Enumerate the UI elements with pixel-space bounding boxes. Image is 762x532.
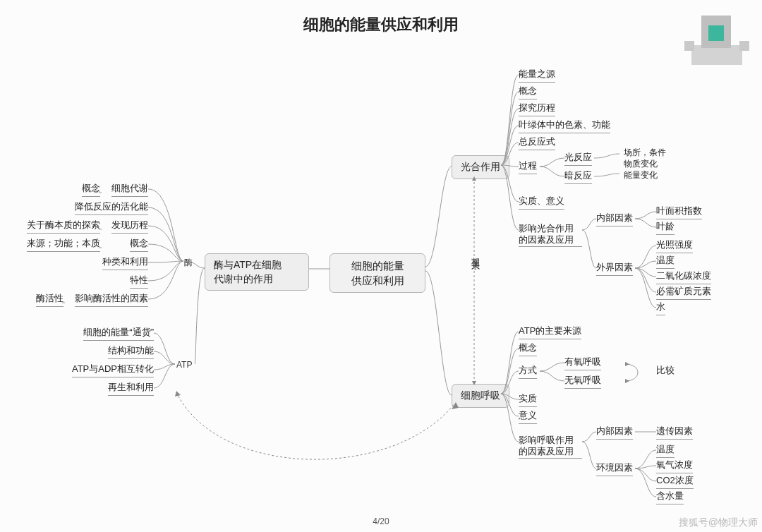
enz-1r: 细胞代谢 (111, 182, 148, 197)
p8od: 必需矿质元素 (656, 285, 711, 300)
p8: 影响光合作用的因素及应用 (519, 223, 582, 247)
p6n3: 能量变化 (624, 169, 658, 181)
watermark: 搜狐号@物理大师 (679, 516, 758, 529)
p6a: 光反应 (564, 151, 592, 166)
svg-marker-1 (625, 379, 629, 383)
r6ina: 遗传因素 (656, 425, 693, 440)
p7: 实质、意义 (519, 195, 564, 210)
p6n1: 场所，条件 (624, 147, 666, 159)
enz-7r: 影响酶活性的因素 (75, 292, 148, 307)
atp-3: ATP与ADP相互转化 (72, 363, 154, 377)
p1: 能量之源 (519, 68, 555, 83)
p8oa: 光照强度 (656, 238, 693, 253)
relation-label: 相互关系 (469, 250, 481, 256)
r6in: 内部因素 (596, 425, 633, 440)
p8oc: 二氧化碳浓度 (656, 270, 711, 284)
r3b: 无氧呼吸 (564, 374, 601, 389)
r2: 概念 (519, 341, 537, 356)
enzyme-atp-node: 酶与ATP在细胞 代谢中的作用 (205, 253, 309, 291)
enz-3l: 关于酶本质的探索 (27, 219, 100, 234)
page-number: 4/20 (0, 516, 762, 526)
r6: 影响呼吸作用的因素及应用 (519, 435, 582, 459)
r6ob: 氧气浓度 (656, 459, 693, 473)
r6od: 含水量 (656, 490, 684, 504)
atp-4: 再生和利用 (108, 381, 154, 396)
p8inb: 叶龄 (656, 220, 675, 235)
atp-label: ATP (176, 360, 192, 370)
r6oa: 温度 (656, 443, 675, 458)
p8oe: 水 (656, 301, 665, 315)
p8in: 内部因素 (596, 212, 633, 226)
enz-2r: 降低反应的活化能 (75, 200, 148, 215)
p6n2: 物质变化 (624, 158, 658, 170)
mindmap-page: 细胞的能量供应和利用 4/20 搜狐号@物理大师 细胞的能量 供应和利用 酶与A… (0, 0, 762, 532)
p6b: 暗反应 (564, 169, 592, 184)
page-title: 细胞的能量供应和利用 (0, 14, 762, 35)
enz-1l: 概念 (82, 182, 100, 197)
p8ina: 叶面积指数 (656, 205, 702, 219)
enz-7l: 酶活性 (36, 292, 64, 307)
svg-marker-4 (175, 391, 181, 397)
p6: 过程 (519, 159, 537, 174)
r3a: 有氧呼吸 (564, 356, 601, 370)
enzyme-label: 酶 (184, 257, 193, 269)
p5: 总反应式 (519, 135, 555, 150)
r6oc: CO2浓度 (656, 474, 694, 489)
svg-marker-0 (625, 362, 629, 366)
r6out: 环境因素 (596, 461, 633, 476)
enz-6r: 特性 (130, 274, 148, 289)
p8out: 外界因素 (596, 261, 633, 276)
p4: 叶绿体中的色素、功能 (519, 119, 610, 133)
p3: 探究历程 (519, 102, 555, 116)
p2: 概念 (519, 85, 537, 99)
r4: 实质 (519, 392, 537, 407)
center-node: 细胞的能量 供应和利用 (329, 253, 425, 293)
enz-3r: 发现历程 (111, 219, 148, 234)
atp-2: 结构和功能 (108, 344, 154, 359)
compare-label: 比较 (656, 364, 675, 377)
enz-4l: 来源；功能；本质 (27, 237, 100, 252)
r5: 意义 (519, 409, 537, 424)
r3: 方式 (519, 364, 537, 379)
r1: ATP的主要来源 (519, 325, 581, 339)
atp-1: 细胞的能量“通货” (83, 326, 154, 341)
enz-5r: 种类和利用 (102, 255, 148, 270)
pixel-icon (684, 13, 749, 68)
photosynthesis-node: 光合作用 (452, 155, 509, 179)
respiration-node: 细胞呼吸 (452, 384, 509, 408)
enz-4r: 概念 (130, 237, 148, 252)
p8ob: 温度 (656, 254, 675, 269)
